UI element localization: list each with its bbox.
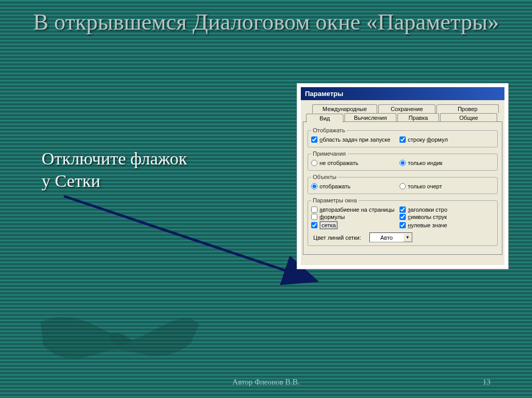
- svg-line-1: [64, 196, 314, 280]
- checkbox-headers[interactable]: заголовки стро: [400, 207, 495, 213]
- group-display-legend: Отображать: [311, 127, 347, 133]
- tab-general[interactable]: Общие: [440, 113, 497, 122]
- instruction-line1: Отключите флажок: [42, 149, 187, 168]
- checkbox-formula-bar[interactable]: строку формул: [400, 136, 495, 143]
- tab-edit[interactable]: Правка: [397, 113, 439, 122]
- checkbox-page-breaks-input[interactable]: [311, 207, 317, 213]
- handshake-icon: [35, 301, 202, 368]
- radio-comments-indicator-input[interactable]: [400, 160, 406, 166]
- radio-comments-indicator[interactable]: только индик: [400, 160, 495, 166]
- group-comments: Примечания не отображать только индик: [308, 150, 498, 171]
- radio-objects-show-input[interactable]: [311, 183, 317, 189]
- checkbox-headers-input[interactable]: [400, 207, 406, 213]
- radio-objects-show[interactable]: отображать: [311, 183, 400, 189]
- tab-view[interactable]: Вид: [306, 114, 343, 122]
- checkbox-zero-input[interactable]: [400, 222, 406, 228]
- instruction-line2: у Сетки: [42, 171, 100, 190]
- checkbox-symbols-input[interactable]: [400, 214, 406, 220]
- group-window: Параметры окна авторазбиение на страницы…: [308, 197, 498, 246]
- checkbox-symbols[interactable]: символы струк: [400, 214, 495, 220]
- slide-title: В открывшемся Диалоговом окне «Параметры…: [0, 0, 532, 41]
- group-window-legend: Параметры окна: [311, 197, 358, 203]
- checkbox-page-breaks[interactable]: авторазбиение на страницы: [311, 207, 400, 213]
- checkbox-formulas[interactable]: формулы: [311, 214, 400, 220]
- parameters-dialog: Параметры Международные Сохранение Прове…: [297, 83, 509, 269]
- checkbox-task-pane-input[interactable]: [311, 136, 317, 143]
- footer-page-number: 13: [483, 378, 490, 387]
- radio-comments-none[interactable]: не отображать: [311, 160, 400, 166]
- tab-panel-view: Отображать ообласть задач при запускебла…: [303, 121, 502, 255]
- tab-calc[interactable]: Вычисления: [344, 113, 396, 122]
- checkbox-formulas-input[interactable]: [311, 214, 317, 220]
- radio-objects-outline-input[interactable]: [400, 183, 406, 189]
- tab-check[interactable]: Провер: [436, 104, 499, 113]
- grid-color-label: Цвет линий сетки:: [313, 235, 361, 241]
- tab-save[interactable]: Сохранение: [378, 104, 435, 113]
- radio-objects-outline[interactable]: только очерт: [400, 183, 495, 189]
- grid-color-value: Авто: [370, 235, 403, 241]
- dialog-body: Международные Сохранение Провер Вид Вычи…: [301, 100, 504, 265]
- group-comments-legend: Примечания: [311, 150, 348, 157]
- group-display: Отображать ообласть задач при запускебла…: [308, 127, 498, 147]
- dialog-titlebar[interactable]: Параметры: [301, 87, 504, 100]
- checkbox-task-pane[interactable]: ообласть задач при запускебласть задач п…: [311, 136, 400, 143]
- instruction-text: Отключите флажок у Сетки: [42, 148, 187, 192]
- checkbox-grid-input[interactable]: [311, 222, 317, 228]
- dropdown-arrow-icon[interactable]: ▼: [403, 233, 412, 242]
- checkbox-formula-bar-input[interactable]: [400, 136, 406, 143]
- radio-comments-none-input[interactable]: [311, 160, 317, 166]
- checkbox-grid[interactable]: сетка: [311, 221, 400, 229]
- group-objects: Объекты отображать только очерт: [308, 174, 498, 194]
- checkbox-zero[interactable]: нулевые значе: [400, 222, 495, 228]
- arrow-icon: [60, 192, 325, 291]
- footer-author: Автор Флеонов В.В.: [232, 378, 299, 387]
- grid-color-select[interactable]: Авто ▼: [369, 232, 413, 242]
- tab-international[interactable]: Международные: [312, 104, 377, 113]
- group-objects-legend: Объекты: [311, 174, 338, 180]
